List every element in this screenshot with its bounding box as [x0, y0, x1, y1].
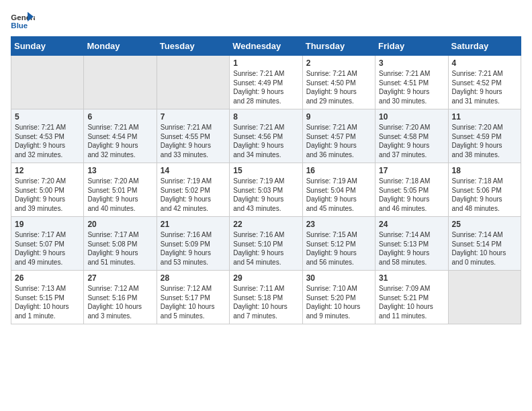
- day-number: 25: [452, 220, 517, 229]
- calendar-cell: 26Sunrise: 7:13 AM Sunset: 5:15 PM Dayli…: [11, 271, 84, 324]
- day-info: Sunrise: 7:17 AM Sunset: 5:08 PM Dayligh…: [87, 230, 152, 267]
- day-number: 24: [379, 220, 444, 229]
- day-number: 17: [379, 166, 444, 175]
- page-header: General Blue: [11, 11, 521, 31]
- weekday-header-friday: Friday: [375, 37, 448, 56]
- weekday-header-wednesday: Wednesday: [230, 37, 302, 56]
- day-number: 20: [87, 220, 152, 229]
- logo: General Blue: [11, 11, 35, 31]
- calendar-cell: 11Sunrise: 7:20 AM Sunset: 4:59 PM Dayli…: [448, 109, 521, 163]
- calendar-cell: 2Sunrise: 7:21 AM Sunset: 4:50 PM Daylig…: [302, 56, 375, 109]
- day-info: Sunrise: 7:10 AM Sunset: 5:20 PM Dayligh…: [306, 284, 371, 320]
- calendar-cell: 22Sunrise: 7:16 AM Sunset: 5:10 PM Dayli…: [230, 217, 302, 271]
- week-row-1: 1Sunrise: 7:21 AM Sunset: 4:49 PM Daylig…: [11, 56, 521, 109]
- day-number: 2: [306, 58, 371, 68]
- day-number: 8: [233, 112, 298, 122]
- calendar-cell: 16Sunrise: 7:19 AM Sunset: 5:04 PM Dayli…: [302, 163, 375, 217]
- day-info: Sunrise: 7:20 AM Sunset: 4:58 PM Dayligh…: [379, 123, 444, 159]
- calendar-cell: 21Sunrise: 7:16 AM Sunset: 5:09 PM Dayli…: [157, 217, 229, 271]
- calendar-cell: 12Sunrise: 7:20 AM Sunset: 5:00 PM Dayli…: [11, 163, 84, 217]
- calendar-cell: 4Sunrise: 7:21 AM Sunset: 4:52 PM Daylig…: [448, 56, 521, 109]
- day-number: 9: [306, 112, 371, 122]
- calendar-cell: 30Sunrise: 7:10 AM Sunset: 5:20 PM Dayli…: [302, 271, 375, 324]
- calendar-cell: 31Sunrise: 7:09 AM Sunset: 5:21 PM Dayli…: [375, 271, 448, 324]
- calendar-cell: 7Sunrise: 7:21 AM Sunset: 4:55 PM Daylig…: [157, 109, 229, 163]
- calendar-cell: [84, 56, 157, 109]
- calendar-cell: 24Sunrise: 7:14 AM Sunset: 5:13 PM Dayli…: [375, 217, 448, 271]
- day-number: 6: [87, 112, 152, 122]
- logo-icon: General Blue: [11, 11, 35, 31]
- calendar-cell: 19Sunrise: 7:17 AM Sunset: 5:07 PM Dayli…: [11, 217, 84, 271]
- day-info: Sunrise: 7:16 AM Sunset: 5:10 PM Dayligh…: [233, 230, 298, 267]
- day-info: Sunrise: 7:21 AM Sunset: 4:50 PM Dayligh…: [306, 69, 371, 105]
- header-row: SundayMondayTuesdayWednesdayThursdayFrid…: [11, 37, 521, 56]
- day-info: Sunrise: 7:16 AM Sunset: 5:09 PM Dayligh…: [161, 230, 226, 267]
- day-number: 13: [87, 166, 152, 175]
- day-info: Sunrise: 7:21 AM Sunset: 4:53 PM Dayligh…: [15, 123, 80, 159]
- day-number: 14: [161, 166, 226, 175]
- day-info: Sunrise: 7:14 AM Sunset: 5:14 PM Dayligh…: [452, 230, 517, 267]
- day-number: 21: [161, 220, 226, 229]
- day-number: 4: [452, 58, 517, 68]
- day-info: Sunrise: 7:14 AM Sunset: 5:13 PM Dayligh…: [379, 230, 444, 267]
- day-info: Sunrise: 7:20 AM Sunset: 4:59 PM Dayligh…: [452, 123, 517, 159]
- day-info: Sunrise: 7:21 AM Sunset: 4:54 PM Dayligh…: [87, 123, 152, 159]
- weekday-header-saturday: Saturday: [448, 37, 521, 56]
- calendar-cell: 17Sunrise: 7:18 AM Sunset: 5:05 PM Dayli…: [375, 163, 448, 217]
- weekday-header-tuesday: Tuesday: [157, 37, 229, 56]
- day-info: Sunrise: 7:11 AM Sunset: 5:18 PM Dayligh…: [233, 284, 298, 320]
- calendar-cell: 3Sunrise: 7:21 AM Sunset: 4:51 PM Daylig…: [375, 56, 448, 109]
- day-info: Sunrise: 7:20 AM Sunset: 5:00 PM Dayligh…: [15, 177, 80, 213]
- day-info: Sunrise: 7:21 AM Sunset: 4:49 PM Dayligh…: [233, 69, 298, 105]
- day-number: 15: [233, 166, 298, 175]
- day-number: 18: [452, 166, 517, 175]
- calendar-cell: 9Sunrise: 7:21 AM Sunset: 4:57 PM Daylig…: [302, 109, 375, 163]
- day-number: 19: [15, 220, 80, 229]
- day-number: 1: [233, 58, 298, 68]
- day-number: 23: [306, 220, 371, 229]
- day-info: Sunrise: 7:21 AM Sunset: 4:56 PM Dayligh…: [233, 123, 298, 159]
- weekday-header-thursday: Thursday: [302, 37, 375, 56]
- week-row-4: 19Sunrise: 7:17 AM Sunset: 5:07 PM Dayli…: [11, 217, 521, 271]
- day-info: Sunrise: 7:13 AM Sunset: 5:15 PM Dayligh…: [15, 284, 80, 320]
- day-info: Sunrise: 7:18 AM Sunset: 5:06 PM Dayligh…: [452, 177, 517, 213]
- day-number: 26: [15, 273, 80, 283]
- day-info: Sunrise: 7:19 AM Sunset: 5:02 PM Dayligh…: [161, 177, 226, 213]
- weekday-header-sunday: Sunday: [11, 37, 84, 56]
- calendar-cell: 18Sunrise: 7:18 AM Sunset: 5:06 PM Dayli…: [448, 163, 521, 217]
- day-info: Sunrise: 7:12 AM Sunset: 5:17 PM Dayligh…: [161, 284, 226, 320]
- weekday-header-monday: Monday: [84, 37, 157, 56]
- calendar-cell: 14Sunrise: 7:19 AM Sunset: 5:02 PM Dayli…: [157, 163, 229, 217]
- calendar-cell: [11, 56, 84, 109]
- day-info: Sunrise: 7:15 AM Sunset: 5:12 PM Dayligh…: [306, 230, 371, 267]
- day-number: 30: [306, 273, 371, 283]
- calendar-cell: 1Sunrise: 7:21 AM Sunset: 4:49 PM Daylig…: [230, 56, 302, 109]
- day-number: 7: [161, 112, 226, 122]
- day-number: 11: [452, 112, 517, 122]
- day-number: 27: [87, 273, 152, 283]
- day-number: 10: [379, 112, 444, 122]
- calendar-cell: 23Sunrise: 7:15 AM Sunset: 5:12 PM Dayli…: [302, 217, 375, 271]
- day-info: Sunrise: 7:19 AM Sunset: 5:04 PM Dayligh…: [306, 177, 371, 213]
- calendar-cell: 20Sunrise: 7:17 AM Sunset: 5:08 PM Dayli…: [84, 217, 157, 271]
- day-number: 12: [15, 166, 80, 175]
- calendar-cell: 10Sunrise: 7:20 AM Sunset: 4:58 PM Dayli…: [375, 109, 448, 163]
- calendar-cell: 6Sunrise: 7:21 AM Sunset: 4:54 PM Daylig…: [84, 109, 157, 163]
- calendar-cell: [448, 271, 521, 324]
- day-info: Sunrise: 7:19 AM Sunset: 5:03 PM Dayligh…: [233, 177, 298, 213]
- week-row-3: 12Sunrise: 7:20 AM Sunset: 5:00 PM Dayli…: [11, 163, 521, 217]
- calendar-cell: 15Sunrise: 7:19 AM Sunset: 5:03 PM Dayli…: [230, 163, 302, 217]
- day-info: Sunrise: 7:18 AM Sunset: 5:05 PM Dayligh…: [379, 177, 444, 213]
- svg-text:Blue: Blue: [11, 21, 28, 30]
- day-number: 22: [233, 220, 298, 229]
- calendar-cell: 29Sunrise: 7:11 AM Sunset: 5:18 PM Dayli…: [230, 271, 302, 324]
- calendar-cell: [157, 56, 229, 109]
- day-number: 29: [233, 273, 298, 283]
- day-info: Sunrise: 7:17 AM Sunset: 5:07 PM Dayligh…: [15, 230, 80, 267]
- day-number: 3: [379, 58, 444, 68]
- calendar-cell: 28Sunrise: 7:12 AM Sunset: 5:17 PM Dayli…: [157, 271, 229, 324]
- calendar-table: SundayMondayTuesdayWednesdayThursdayFrid…: [11, 36, 521, 324]
- day-info: Sunrise: 7:21 AM Sunset: 4:51 PM Dayligh…: [379, 69, 444, 105]
- day-number: 28: [161, 273, 226, 283]
- day-info: Sunrise: 7:12 AM Sunset: 5:16 PM Dayligh…: [87, 284, 152, 320]
